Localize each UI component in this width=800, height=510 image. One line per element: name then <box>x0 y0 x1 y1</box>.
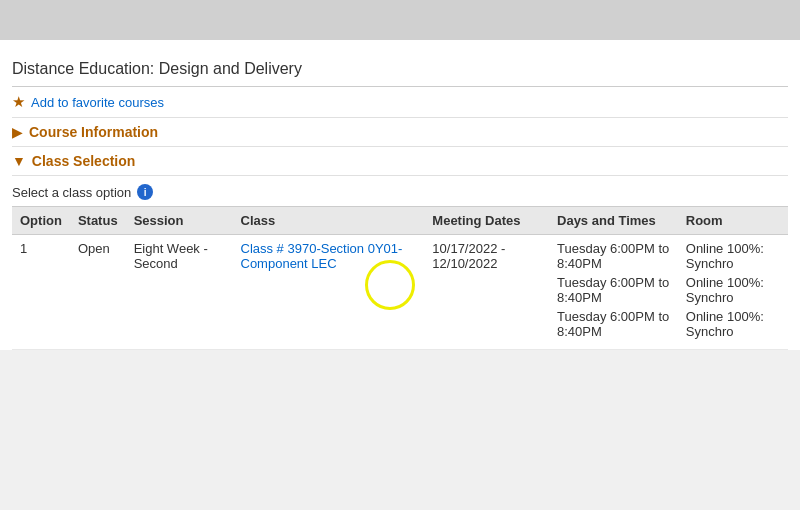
top-bar <box>0 0 800 40</box>
class-link[interactable]: Class # 3970-Section 0Y01-Component LEC <box>241 241 403 271</box>
page-content: Distance Education: Design and Delivery … <box>0 40 800 350</box>
meeting-slot-days: Tuesday 6:00PM to 8:40PM <box>557 309 670 339</box>
class-selection-section[interactable]: ▼ Class Selection <box>12 147 788 176</box>
col-meeting-dates: Meeting Dates <box>424 207 549 235</box>
select-class-text: Select a class option <box>12 185 131 200</box>
cell-room: Online 100%: SynchroOnline 100%: Synchro… <box>678 235 788 350</box>
table-row: 1OpenEight Week - SecondClass # 3970-Sec… <box>12 235 788 350</box>
course-information-arrow: ▶ <box>12 124 23 140</box>
cell-days-times: Tuesday 6:00PM to 8:40PMTuesday 6:00PM t… <box>549 235 678 350</box>
class-table: Option Status Session Class Meeting Date… <box>12 206 788 350</box>
meeting-slot-room: Online 100%: Synchro <box>686 309 780 339</box>
cell-class[interactable]: Class # 3970-Section 0Y01-Component LEC <box>233 235 425 350</box>
class-selection-label: Class Selection <box>32 153 136 169</box>
cell-meeting-dates: 10/17/2022 - 12/10/2022 <box>424 235 549 350</box>
select-class-row: Select a class option i <box>12 176 788 206</box>
favorite-link[interactable]: Add to favorite courses <box>31 95 164 110</box>
favorite-row: ★ Add to favorite courses <box>12 87 788 118</box>
cell-session: Eight Week - Second <box>126 235 233 350</box>
col-days-times: Days and Times <box>549 207 678 235</box>
meeting-slot-room: Online 100%: Synchro <box>686 275 780 305</box>
course-information-section[interactable]: ▶ Course Information <box>12 118 788 147</box>
col-status: Status <box>70 207 126 235</box>
star-icon: ★ <box>12 93 25 111</box>
cell-status: Open <box>70 235 126 350</box>
class-selection-arrow: ▼ <box>12 153 26 169</box>
table-header-row: Option Status Session Class Meeting Date… <box>12 207 788 235</box>
col-class: Class <box>233 207 425 235</box>
col-room: Room <box>678 207 788 235</box>
meeting-slot-room: Online 100%: Synchro <box>686 241 780 271</box>
page-title: Distance Education: Design and Delivery <box>12 50 788 87</box>
info-icon[interactable]: i <box>137 184 153 200</box>
meeting-slot-days: Tuesday 6:00PM to 8:40PM <box>557 275 670 305</box>
course-information-label: Course Information <box>29 124 158 140</box>
meeting-slot-days: Tuesday 6:00PM to 8:40PM <box>557 241 670 271</box>
col-session: Session <box>126 207 233 235</box>
cell-option: 1 <box>12 235 70 350</box>
col-option: Option <box>12 207 70 235</box>
